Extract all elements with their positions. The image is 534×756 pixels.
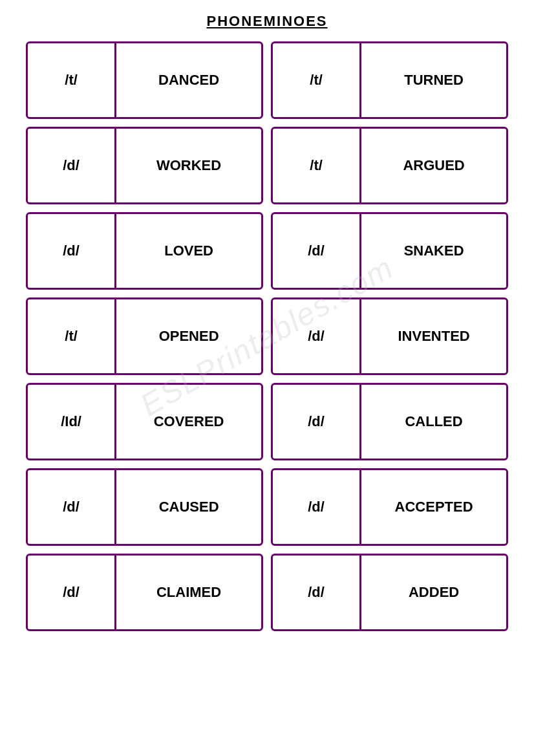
domino-word: TURNED <box>361 43 506 117</box>
domino-word: SNAKED <box>361 214 506 288</box>
domino-card: /d/CAUSED <box>26 468 263 546</box>
domino-word: ARGUED <box>361 129 506 202</box>
domino-card: /d/WORKED <box>26 127 263 204</box>
domino-phoneme: /d/ <box>28 470 116 544</box>
domino-phoneme: /d/ <box>28 556 116 629</box>
domino-card: /t/OPENED <box>26 297 263 375</box>
domino-grid: /t/DANCED/t/TURNED/d/WORKED/t/ARGUED/d/L… <box>26 41 508 631</box>
domino-phoneme: /Id/ <box>28 385 116 459</box>
domino-word: INVENTED <box>361 299 506 373</box>
domino-word: COVERED <box>116 385 261 459</box>
domino-word: ACCEPTED <box>361 470 506 544</box>
domino-card: /d/ADDED <box>271 554 508 631</box>
domino-word: LOVED <box>116 214 261 288</box>
domino-phoneme: /t/ <box>273 129 361 202</box>
domino-phoneme: /d/ <box>28 214 116 288</box>
domino-word: CALLED <box>361 385 506 459</box>
domino-phoneme: /d/ <box>273 214 361 288</box>
domino-phoneme: /d/ <box>273 385 361 459</box>
domino-card: /d/INVENTED <box>271 297 508 375</box>
domino-phoneme: /t/ <box>273 43 361 117</box>
domino-word: ADDED <box>361 556 506 629</box>
domino-card: /t/TURNED <box>271 41 508 119</box>
domino-word: CLAIMED <box>116 556 261 629</box>
domino-card: /d/CALLED <box>271 383 508 460</box>
domino-phoneme: /d/ <box>28 129 116 202</box>
domino-phoneme: /d/ <box>273 556 361 629</box>
domino-card: /d/LOVED <box>26 212 263 290</box>
domino-phoneme: /t/ <box>28 43 116 117</box>
page-title: PHONEMINOES <box>206 13 327 30</box>
domino-card: /d/ACCEPTED <box>271 468 508 546</box>
domino-phoneme: /d/ <box>273 470 361 544</box>
domino-card: /t/ARGUED <box>271 127 508 204</box>
domino-card: /t/DANCED <box>26 41 263 119</box>
domino-phoneme: /d/ <box>273 299 361 373</box>
domino-card: /d/SNAKED <box>271 212 508 290</box>
domino-word: WORKED <box>116 129 261 202</box>
domino-word: OPENED <box>116 299 261 373</box>
domino-word: CAUSED <box>116 470 261 544</box>
domino-card: /d/CLAIMED <box>26 554 263 631</box>
domino-word: DANCED <box>116 43 261 117</box>
domino-card: /Id/COVERED <box>26 383 263 460</box>
domino-phoneme: /t/ <box>28 299 116 373</box>
